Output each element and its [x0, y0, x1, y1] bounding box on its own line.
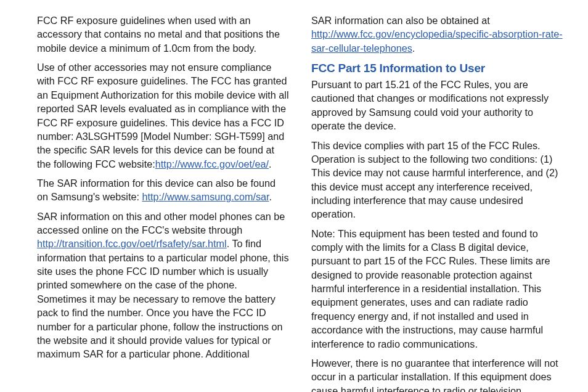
link-fcc-encyclopedia[interactable]: http://www.fcc.gov/encyclopedia/specific…	[311, 28, 563, 53]
left-column: FCC RF exposure guidelines when used wit…	[37, 14, 289, 392]
paragraph-left-2: Use of other accessories may not ensure …	[37, 60, 289, 171]
text-segment: .	[269, 191, 272, 202]
right-column: SAR information can also be obtained at …	[311, 14, 563, 392]
text-segment: .	[412, 43, 415, 54]
link-fcc-oet[interactable]: http://www.fcc.gov/oet/ea/	[155, 158, 269, 169]
paragraph-right-1: SAR information can also be obtained at …	[311, 14, 563, 55]
heading-fcc-part-15: FCC Part 15 Information to User	[311, 62, 563, 75]
text-segment: Use of other accessories may not ensure …	[37, 62, 289, 169]
paragraph-right-5: However, there is no guarantee that inte…	[311, 356, 563, 392]
text-segment: .	[269, 158, 272, 169]
link-samsung-sar[interactable]: http://www.samsung.com/sar	[142, 191, 269, 202]
document-content: FCC RF exposure guidelines when used wit…	[37, 14, 563, 392]
paragraph-left-4: SAR information on this and other model …	[37, 210, 289, 361]
text-segment: . To find information that pertains to a…	[37, 238, 289, 359]
paragraph-left-1: FCC RF exposure guidelines when used wit…	[37, 14, 289, 55]
link-fcc-rfsafety[interactable]: http://transition.fcc.gov/oet/rfsafety/s…	[37, 238, 227, 249]
paragraph-right-4: Note: This equipment has been tested and…	[311, 227, 563, 351]
text-segment: SAR information can also be obtained at	[311, 15, 490, 26]
paragraph-right-2: Pursuant to part 15.21 of the FCC Rules,…	[311, 78, 563, 133]
text-segment: SAR information on this and other model …	[37, 211, 285, 235]
paragraph-left-3: The SAR information for this device can …	[37, 176, 289, 204]
paragraph-right-3: This device complies with part 15 of the…	[311, 139, 563, 221]
